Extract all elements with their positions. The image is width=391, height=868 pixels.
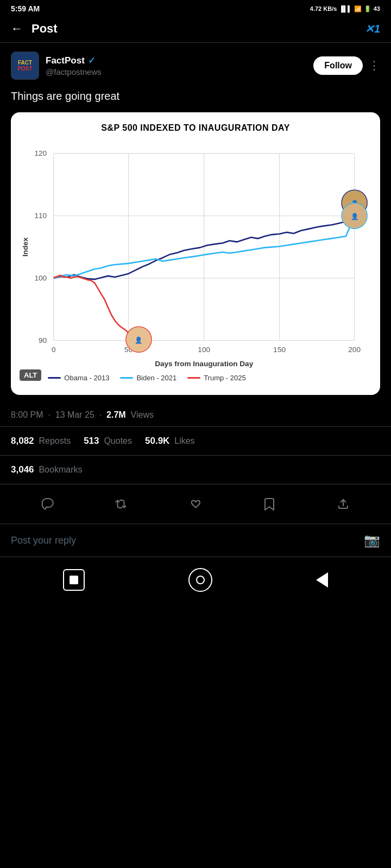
post-time: 8:00 PM bbox=[11, 410, 43, 419]
post-views-label: Views bbox=[131, 410, 154, 419]
follow-button[interactable]: Follow bbox=[313, 56, 363, 75]
chart-area: .tick-label { font-size: 13px; fill: #55… bbox=[20, 142, 371, 369]
legend-color-biden bbox=[120, 377, 133, 379]
status-time: 5:59 AM bbox=[11, 4, 40, 13]
reposts-label: Reposts bbox=[39, 436, 71, 445]
like-button[interactable] bbox=[185, 493, 206, 515]
reposts-count: 8,082 bbox=[11, 436, 34, 446]
alt-badge[interactable]: ALT bbox=[20, 369, 41, 381]
action-bar bbox=[0, 484, 391, 524]
more-options-button[interactable]: ⋮ bbox=[368, 59, 380, 73]
stat-reposts[interactable]: 8,082 Reposts bbox=[11, 436, 71, 446]
legend-item-obama: Obama - 2013 bbox=[48, 374, 109, 382]
camera-icon[interactable]: 📷 bbox=[364, 533, 380, 548]
nav-back-button[interactable] bbox=[316, 572, 328, 588]
avatar[interactable]: FACT POST bbox=[11, 52, 39, 80]
post-date: 13 Mar 25 bbox=[55, 410, 94, 419]
post-content: Things are going great bbox=[0, 84, 391, 112]
legend-label-biden: Biden - 2021 bbox=[136, 374, 176, 382]
svg-text:👤: 👤 bbox=[351, 213, 359, 220]
author-name-row: FactPost ✓ bbox=[46, 55, 307, 66]
verified-icon: ✓ bbox=[88, 55, 95, 66]
status-bar: 5:59 AM 4.72 KB/s ▐▌▌ 📶 🔋 43 bbox=[0, 0, 391, 15]
bookmark-button[interactable] bbox=[258, 493, 280, 515]
reply-input-row: Post your reply 📷 bbox=[0, 524, 391, 557]
nav-square-icon bbox=[70, 576, 78, 584]
post-views-count: 2.7M bbox=[106, 410, 126, 419]
stat-quotes[interactable]: 513 Quotes bbox=[84, 436, 132, 446]
nav-home-button[interactable] bbox=[188, 568, 212, 592]
share-button[interactable] bbox=[332, 493, 354, 515]
x1-badge: ✕1 bbox=[365, 22, 380, 35]
svg-text:Index: Index bbox=[21, 237, 29, 257]
svg-text:150: 150 bbox=[273, 346, 286, 354]
header: ← Post ✕1 bbox=[0, 15, 391, 43]
legend-color-trump bbox=[187, 377, 200, 379]
battery-level: 🔋 bbox=[364, 5, 371, 12]
post-author-row: FACT POST FactPost ✓ @factpostnews Follo… bbox=[0, 43, 391, 84]
avatar-top: FACT bbox=[18, 60, 32, 66]
legend-label-obama: Obama - 2013 bbox=[64, 374, 109, 382]
legend-label-trump: Trump - 2025 bbox=[204, 374, 246, 382]
svg-text:👤: 👤 bbox=[135, 336, 143, 344]
nav-square-button[interactable] bbox=[63, 569, 85, 591]
bookmarks-label: Bookmarks bbox=[39, 465, 82, 474]
likes-count: 50.9K bbox=[145, 436, 169, 446]
chart-title: S&P 500 INDEXED TO INAUGURATION DAY bbox=[20, 123, 371, 133]
reply-button[interactable] bbox=[37, 493, 59, 515]
chart-legend: Obama - 2013 Biden - 2021 Trump - 2025 bbox=[48, 374, 245, 382]
likes-label: Likes bbox=[174, 436, 194, 445]
svg-text:110: 110 bbox=[35, 212, 47, 220]
header-left: ← Post bbox=[11, 22, 58, 36]
avatar-inner: FACT POST bbox=[11, 52, 39, 79]
signal-bars: ▐▌▌ bbox=[339, 5, 351, 12]
quotes-count: 513 bbox=[84, 436, 99, 446]
nav-home-icon bbox=[196, 576, 205, 584]
svg-text:90: 90 bbox=[39, 336, 47, 344]
stat-likes[interactable]: 50.9K Likes bbox=[145, 436, 195, 446]
svg-text:200: 200 bbox=[348, 346, 361, 354]
post-meta: 8:00 PM · 13 Mar 25 · 2.7M Views bbox=[0, 404, 391, 427]
author-handle[interactable]: @factpostnews bbox=[46, 67, 307, 76]
page-title: Post bbox=[31, 22, 58, 36]
author-info: FactPost ✓ @factpostnews bbox=[46, 55, 307, 76]
repost-button[interactable] bbox=[111, 493, 133, 515]
reply-placeholder[interactable]: Post your reply bbox=[11, 535, 357, 546]
svg-text:100: 100 bbox=[35, 274, 47, 282]
author-name[interactable]: FactPost bbox=[46, 55, 85, 66]
svg-text:0: 0 bbox=[52, 346, 56, 354]
stats-row: 8,082 Reposts 513 Quotes 50.9K Likes bbox=[0, 427, 391, 456]
svg-text:100: 100 bbox=[198, 346, 210, 354]
status-right: 4.72 KB/s ▐▌▌ 📶 🔋 43 bbox=[310, 5, 380, 12]
battery-value: 43 bbox=[374, 5, 380, 12]
legend-color-obama bbox=[48, 377, 61, 379]
bookmarks-row[interactable]: 3,046 Bookmarks bbox=[0, 456, 391, 484]
author-actions: Follow ⋮ bbox=[313, 56, 380, 75]
avatar-bottom: POST bbox=[17, 66, 32, 72]
network-info: 4.72 KB/s bbox=[310, 5, 337, 12]
bookmarks-count: 3,046 bbox=[11, 464, 34, 475]
quotes-label: Quotes bbox=[104, 436, 132, 445]
legend-item-trump: Trump - 2025 bbox=[187, 374, 246, 382]
svg-text:120: 120 bbox=[35, 149, 47, 157]
wifi-icon: 📶 bbox=[354, 5, 362, 12]
bottom-nav bbox=[0, 557, 391, 603]
chart-svg: .tick-label { font-size: 13px; fill: #55… bbox=[20, 142, 371, 369]
chart-container: S&P 500 INDEXED TO INAUGURATION DAY .tic… bbox=[11, 112, 380, 395]
svg-text:Days from Inauguration Day: Days from Inauguration Day bbox=[155, 360, 254, 368]
back-button[interactable]: ← bbox=[11, 22, 23, 36]
legend-item-biden: Biden - 2021 bbox=[120, 374, 176, 382]
